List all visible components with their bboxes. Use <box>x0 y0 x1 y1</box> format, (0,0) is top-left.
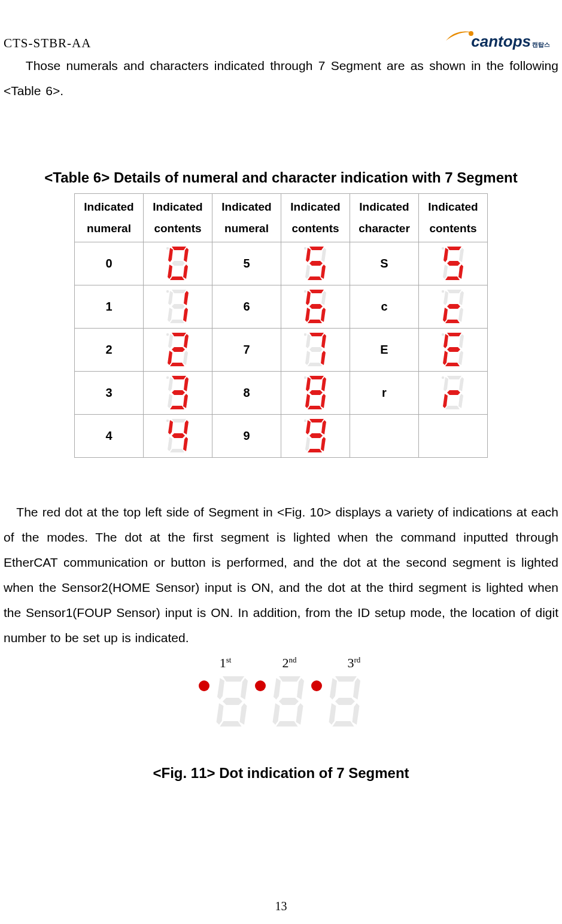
table-row: 27E <box>75 329 488 372</box>
cell-contents-b <box>281 329 350 372</box>
cell-contents-c <box>419 329 488 372</box>
svg-marker-37 <box>308 320 322 323</box>
svg-marker-70 <box>443 351 448 365</box>
seven-segment-digit-off <box>324 673 364 732</box>
cell-numeral-a: 4 <box>75 415 144 458</box>
figure-11: 1st 2nd 3rd <box>0 655 562 731</box>
ordinal-3: 3rd <box>347 655 360 671</box>
svg-point-97 <box>166 419 169 421</box>
svg-marker-69 <box>445 363 460 366</box>
svg-marker-35 <box>321 291 326 305</box>
svg-marker-19 <box>459 248 464 262</box>
svg-marker-123 <box>276 721 297 727</box>
svg-marker-59 <box>321 334 326 348</box>
svg-marker-11 <box>321 248 326 262</box>
svg-marker-110 <box>305 437 310 451</box>
cell-contents-b <box>281 242 350 285</box>
cell-numeral-a: 0 <box>75 242 144 285</box>
svg-marker-98 <box>172 419 186 423</box>
svg-marker-76 <box>183 394 188 408</box>
page-number: 13 <box>0 899 562 913</box>
svg-marker-75 <box>184 377 189 391</box>
svg-marker-56 <box>172 347 185 352</box>
svg-marker-14 <box>305 265 310 279</box>
cell-numeral-a: 1 <box>75 285 144 329</box>
svg-marker-120 <box>279 676 300 682</box>
svg-marker-83 <box>321 377 326 391</box>
svg-marker-64 <box>309 347 323 352</box>
figure-11-caption: <Fig. 11> Dot indication of 7 Segment <box>0 765 562 782</box>
cell-contents-c <box>419 242 488 285</box>
svg-marker-44 <box>458 308 463 322</box>
svg-marker-85 <box>308 406 322 409</box>
svg-marker-101 <box>170 449 184 452</box>
svg-marker-67 <box>459 334 464 348</box>
svg-marker-54 <box>168 351 172 365</box>
svg-point-65 <box>442 333 444 335</box>
seven-segment-digit-off <box>268 673 308 732</box>
company-logo: cantops 캔탑스 <box>445 28 550 51</box>
svg-marker-26 <box>172 290 186 293</box>
cell-numeral-a: 3 <box>75 372 144 415</box>
svg-marker-112 <box>309 433 323 438</box>
svg-marker-77 <box>170 406 184 409</box>
svg-marker-36 <box>321 308 326 322</box>
cell-contents-c <box>419 372 488 415</box>
svg-point-0 <box>469 31 473 36</box>
svg-marker-15 <box>306 248 311 262</box>
svg-marker-117 <box>216 703 223 725</box>
ordinal-1: 1st <box>220 655 232 671</box>
svg-marker-10 <box>309 247 324 250</box>
svg-marker-53 <box>170 363 184 366</box>
svg-marker-86 <box>305 394 310 408</box>
svg-marker-21 <box>445 276 460 280</box>
svg-marker-95 <box>443 377 448 391</box>
seven-segment-digit-off <box>212 673 251 732</box>
svg-marker-126 <box>279 698 299 705</box>
svg-marker-5 <box>170 276 184 280</box>
svg-marker-93 <box>445 406 460 409</box>
svg-marker-94 <box>443 394 448 408</box>
svg-marker-102 <box>168 437 172 451</box>
paragraph-2: The red dot at the top left side of Segm… <box>0 500 562 651</box>
svg-marker-4 <box>183 265 188 279</box>
table-header-row: Indicated numeral Indicated contents Ind… <box>75 194 488 242</box>
logo-text: cantops <box>471 32 531 51</box>
cell-contents-c <box>419 285 488 329</box>
svg-marker-118 <box>217 678 224 700</box>
svg-marker-88 <box>309 390 323 395</box>
svg-marker-130 <box>332 721 354 727</box>
svg-marker-38 <box>305 308 310 322</box>
cell-numeral-b: 8 <box>212 372 281 415</box>
th-5: Indicated contents <box>419 194 488 242</box>
svg-marker-46 <box>443 308 448 322</box>
svg-point-1 <box>166 247 169 249</box>
svg-marker-129 <box>352 703 359 725</box>
svg-marker-84 <box>321 394 326 408</box>
table-row: 16c <box>75 285 488 329</box>
svg-marker-61 <box>308 363 322 366</box>
cell-character: S <box>350 242 419 285</box>
svg-marker-52 <box>183 351 188 365</box>
svg-marker-28 <box>183 308 188 322</box>
svg-marker-122 <box>296 703 303 725</box>
para2-text: The red dot at the top left side of Segm… <box>4 505 558 645</box>
svg-marker-50 <box>172 333 186 336</box>
intro-paragraph: Those numerals and characters indicated … <box>0 53 562 104</box>
svg-point-41 <box>442 290 444 292</box>
svg-marker-82 <box>309 376 324 379</box>
seven-segment-table: Indicated numeral Indicated contents Ind… <box>74 193 488 458</box>
svg-marker-104 <box>172 433 185 438</box>
svg-marker-3 <box>184 248 189 262</box>
svg-point-57 <box>304 333 306 335</box>
svg-marker-87 <box>306 377 311 391</box>
th-4: Indicated character <box>350 194 419 242</box>
svg-marker-111 <box>306 420 311 434</box>
svg-marker-23 <box>443 248 448 262</box>
th-2: Indicated numeral <box>212 194 281 242</box>
svg-marker-48 <box>447 304 460 309</box>
svg-marker-58 <box>309 333 324 336</box>
svg-marker-12 <box>321 265 326 279</box>
cell-numeral-b: 6 <box>212 285 281 329</box>
logo-kr: 캔탑스 <box>532 41 550 49</box>
